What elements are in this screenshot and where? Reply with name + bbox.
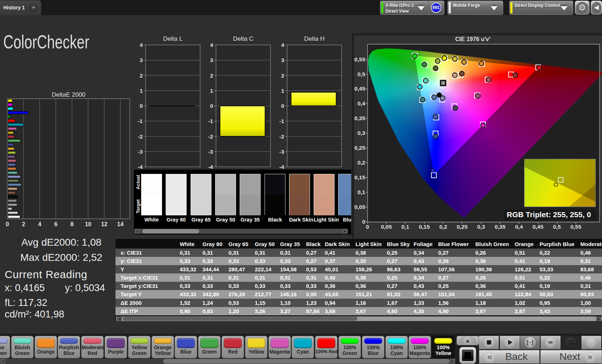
svg-text:4: 4 (210, 42, 213, 48)
svg-text:Delta C: Delta C (233, 35, 254, 42)
svg-text:-4: -4 (138, 164, 143, 170)
svg-text:0,2: 0,2 (439, 224, 447, 230)
svg-text:0,3: 0,3 (477, 224, 485, 230)
svg-text:-4: -4 (279, 164, 284, 170)
svg-text:10: 10 (85, 221, 91, 227)
svg-text:0,05: 0,05 (381, 224, 392, 230)
svg-text:8: 8 (70, 221, 74, 227)
svg-text:0,4: 0,4 (515, 224, 523, 230)
svg-text:-4: -4 (208, 164, 213, 170)
svg-text:1: 1 (281, 88, 284, 94)
svg-text:0,45: 0,45 (354, 85, 366, 92)
svg-text:-1: -1 (279, 118, 284, 124)
svg-text:0,5: 0,5 (553, 224, 561, 230)
svg-text:0: 0 (366, 224, 369, 230)
svg-text:0: 0 (6, 221, 9, 227)
svg-text:0: 0 (281, 103, 284, 109)
svg-text:3: 3 (281, 57, 284, 63)
svg-text:0,05: 0,05 (354, 204, 366, 210)
svg-text:-3: -3 (279, 149, 284, 155)
svg-text:0,1: 0,1 (357, 189, 365, 195)
svg-text:-2: -2 (279, 133, 284, 140)
svg-text:0,2: 0,2 (357, 159, 365, 166)
svg-text:0,15: 0,15 (419, 224, 430, 230)
svg-text:1: 1 (140, 88, 143, 94)
svg-text:0: 0 (140, 103, 143, 109)
svg-text:0,45: 0,45 (532, 224, 544, 230)
svg-text:2: 2 (210, 73, 213, 79)
svg-text:RGB Triplet: 255, 255, 0: RGB Triplet: 255, 255, 0 (507, 210, 591, 219)
svg-text:Delta H: Delta H (304, 35, 325, 42)
svg-text:0,15: 0,15 (354, 174, 366, 180)
svg-text:0,35: 0,35 (494, 224, 506, 230)
svg-text:12: 12 (101, 221, 108, 227)
svg-text:14: 14 (117, 221, 124, 227)
svg-text:-1: -1 (208, 118, 213, 124)
svg-text:2: 2 (22, 221, 25, 227)
svg-text:4: 4 (38, 221, 41, 227)
svg-text:0,55: 0,55 (570, 224, 581, 230)
svg-text:CIE 1976 u'v': CIE 1976 u'v' (455, 36, 490, 42)
svg-text:0,35: 0,35 (354, 115, 366, 121)
svg-text:2: 2 (281, 73, 284, 79)
svg-text:0: 0 (210, 103, 213, 109)
svg-text:4: 4 (281, 42, 284, 48)
svg-text:Delta L: Delta L (163, 35, 183, 42)
svg-text:3: 3 (140, 57, 143, 63)
svg-text:0,1: 0,1 (401, 224, 409, 230)
svg-text:-2: -2 (208, 133, 213, 140)
svg-text:-2: -2 (138, 133, 143, 140)
svg-text:0,4: 0,4 (357, 100, 365, 106)
svg-text:0: 0 (362, 219, 365, 225)
svg-text:4: 4 (140, 42, 143, 48)
svg-text:0,25: 0,25 (354, 145, 366, 151)
svg-text:0,5: 0,5 (357, 71, 365, 77)
svg-text:1: 1 (210, 88, 213, 94)
svg-text:-3: -3 (138, 149, 143, 155)
svg-text:0,3: 0,3 (357, 130, 365, 136)
svg-text:-3: -3 (208, 149, 213, 155)
svg-text:3: 3 (210, 57, 213, 63)
svg-text:0,25: 0,25 (457, 224, 468, 230)
svg-text:0,55: 0,55 (354, 56, 366, 62)
svg-text:-1: -1 (138, 118, 143, 124)
svg-text:6: 6 (54, 221, 57, 227)
svg-text:2: 2 (140, 73, 143, 79)
